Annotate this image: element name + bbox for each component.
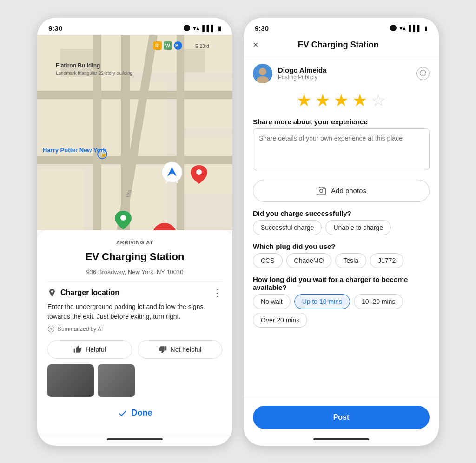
stars-row[interactable]: ★ ★ ★ ★ ☆ <box>253 91 430 110</box>
helpful-label: Helpful <box>86 346 106 353</box>
avatar-image <box>253 64 272 83</box>
charger-title: Charger location <box>47 288 119 297</box>
chip-over-20-mins[interactable]: Over 20 mins <box>253 313 307 328</box>
chip-successful-charge[interactable]: Successful charge <box>253 220 322 235</box>
screenshot-container: 9:30 ▾▴ ▌▌▌ ▮ <box>37 18 439 446</box>
post-button[interactable]: Post <box>253 406 430 429</box>
location-icon <box>47 288 57 297</box>
bottom-card: ARRIVING AT EV Charging Station 936 Broa… <box>37 230 232 435</box>
done-row[interactable]: Done <box>47 403 222 420</box>
place-address: 936 Broadway, New York, NY 10010 <box>47 268 222 275</box>
plug-question: Which plug did you use? <box>253 242 430 250</box>
photo-thumb-1 <box>47 364 94 397</box>
svg-rect-8 <box>177 137 232 193</box>
svg-rect-12 <box>37 91 232 99</box>
post-section: Post <box>244 398 439 435</box>
left-status-icons: ▾▴ ▌▌▌ ▮ <box>184 24 221 32</box>
svg-point-34 <box>196 169 202 175</box>
more-options-icon[interactable]: ⋮ <box>212 287 222 298</box>
star-2[interactable]: ★ <box>315 91 330 110</box>
experience-section: Share more about your experience <box>253 118 430 172</box>
svg-text:B: B <box>175 43 178 48</box>
chip-chademo[interactable]: ChadeMO <box>286 253 332 268</box>
info-button[interactable]: ⓘ <box>416 67 430 80</box>
charge-section: Did you charge successfully? Successful … <box>253 209 430 235</box>
camera-plus-icon <box>316 186 326 196</box>
user-row: Diogo Almeida Posting Publicly ⓘ <box>253 64 430 83</box>
wifi-icon-right: ▾▴ <box>399 24 406 32</box>
helpful-row: Helpful Not helpful <box>47 340 222 359</box>
charger-location-label: Charger location <box>60 289 119 297</box>
thumbs-up-icon <box>73 345 82 354</box>
svg-point-36 <box>120 215 126 221</box>
svg-rect-6 <box>37 170 84 230</box>
wait-question: How long did you wait for a charger to b… <box>253 275 430 291</box>
svg-text:E 23rd: E 23rd <box>195 44 209 49</box>
chip-j1772[interactable]: J1772 <box>370 253 403 268</box>
svg-rect-15 <box>177 35 184 230</box>
wait-section: How long did you wait for a charger to b… <box>253 275 430 328</box>
left-phone: 9:30 ▾▴ ▌▌▌ ▮ <box>37 18 232 446</box>
close-button[interactable]: × <box>253 40 258 50</box>
star-1[interactable]: ★ <box>297 91 311 110</box>
ai-icon <box>47 325 55 333</box>
plug-chips: CCS ChadeMO Tesla J1772 <box>253 253 430 268</box>
camera-dot-right <box>390 25 397 31</box>
charge-chips: Successful charge Unable to charge <box>253 220 430 235</box>
plug-section: Which plug did you use? CCS ChadeMO Tesl… <box>253 242 430 268</box>
home-indicator <box>107 438 163 440</box>
chip-up-to-10-mins[interactable]: Up to 10 mins <box>294 294 350 309</box>
user-text: Diogo Almeida Posting Publicly <box>278 66 326 81</box>
right-phone: 9:30 ▾▴ ▌▌▌ ▮ × EV Charging Station <box>244 18 439 446</box>
star-5[interactable]: ☆ <box>371 91 386 110</box>
experience-label: Share more about your experience <box>253 118 430 126</box>
thumbs-down-icon <box>159 345 167 354</box>
user-posting-status: Posting Publicly <box>278 74 326 81</box>
left-status-bar: 9:30 ▾▴ ▌▌▌ ▮ <box>37 18 232 35</box>
right-status-time: 9:30 <box>255 24 269 32</box>
helpful-button[interactable]: Helpful <box>47 340 132 359</box>
done-check-icon <box>118 408 128 418</box>
svg-text:Harry Potter New York: Harry Potter New York <box>43 147 107 154</box>
svg-rect-5 <box>177 81 232 128</box>
close-icon: × <box>253 40 258 50</box>
photo-thumb-2 <box>98 364 135 397</box>
place-name: EV Charging Station <box>47 251 222 263</box>
chip-10-20-mins[interactable]: 10–20 mins <box>354 294 403 309</box>
right-content: Diogo Almeida Posting Publicly ⓘ ★ ★ ★ ★… <box>244 56 439 398</box>
arriving-at-label: ARRIVING AT <box>47 240 222 245</box>
charger-section: Charger location ⋮ Enter the underground… <box>47 281 222 333</box>
signal-icon-right: ▌▌▌ <box>409 25 422 32</box>
star-3[interactable]: ★ <box>334 91 349 110</box>
header-title: EV Charging Station <box>264 40 413 50</box>
right-status-icons: ▾▴ ▌▌▌ ▮ <box>390 24 428 32</box>
chip-no-wait[interactable]: No wait <box>253 294 291 309</box>
svg-text:R: R <box>155 43 159 48</box>
map-area: Bro R W B E 23rd 🔒 Flatiron Building Lan… <box>37 35 232 230</box>
chip-tesla[interactable]: Tesla <box>335 253 366 268</box>
user-name: Diogo Almeida <box>278 66 326 74</box>
ai-label: Summarized by AI <box>47 325 222 333</box>
add-photos-button[interactable]: Add photos <box>253 180 430 202</box>
wait-chips: No wait Up to 10 mins 10–20 mins Over 20… <box>253 294 430 328</box>
svg-point-40 <box>48 326 54 332</box>
not-helpful-button[interactable]: Not helpful <box>138 340 222 359</box>
right-header: × EV Charging Station <box>244 35 439 56</box>
not-helpful-label: Not helpful <box>171 346 202 353</box>
chip-ccs[interactable]: CCS <box>253 253 283 268</box>
svg-point-43 <box>259 68 266 75</box>
battery-icon-right: ▮ <box>424 25 428 32</box>
svg-text:Landmark triangular 22-story b: Landmark triangular 22-story building <box>56 71 132 76</box>
wifi-icon: ▾▴ <box>193 24 199 32</box>
chip-unable-to-charge[interactable]: Unable to charge <box>325 220 391 235</box>
right-status-bar: 9:30 ▾▴ ▌▌▌ ▮ <box>244 18 439 35</box>
experience-textarea[interactable] <box>253 128 430 170</box>
svg-text:W: W <box>165 43 170 48</box>
star-4[interactable]: ★ <box>352 91 367 110</box>
avatar <box>253 64 272 83</box>
done-button[interactable]: Done <box>132 408 152 418</box>
left-status-time: 9:30 <box>48 24 62 32</box>
ai-label-text: Summarized by AI <box>58 326 103 332</box>
user-info: Diogo Almeida Posting Publicly <box>253 64 326 83</box>
charge-question: Did you charge successfully? <box>253 209 430 217</box>
